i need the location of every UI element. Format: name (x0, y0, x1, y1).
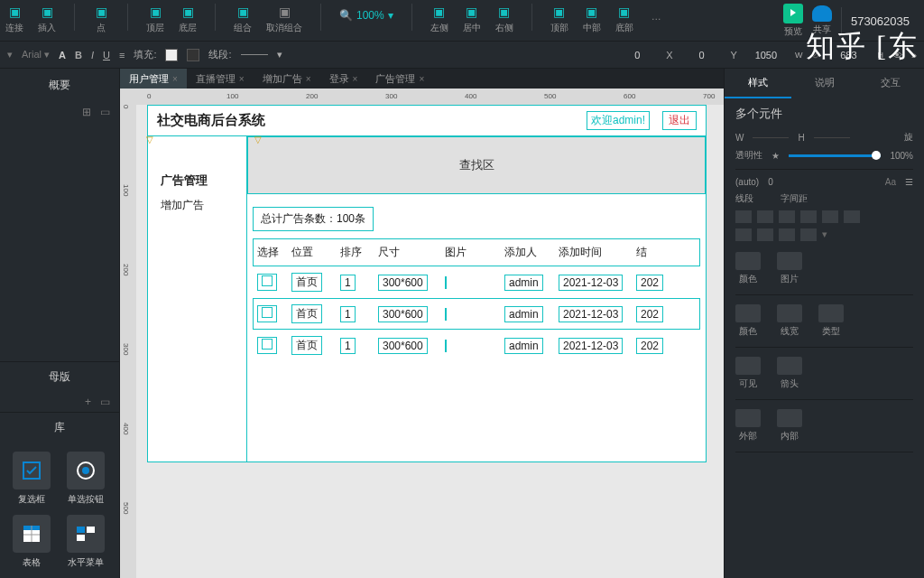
tool-group[interactable]: ▣组合 (234, 4, 252, 34)
table-header: 选择位置排序尺寸图片添加人添加时间结 (253, 238, 700, 266)
tool-plus[interactable]: ▣插入 (38, 4, 56, 34)
style-prop[interactable]: 颜色 (735, 304, 761, 338)
canvas: 用户管理 ×直播管理 ×增加广告 ×登录 ×广告管理 × 01002003004… (120, 69, 724, 578)
lib-radio[interactable]: 单选按钮 (63, 452, 108, 506)
zoom-dropdown[interactable]: 🔍 100% ▾ (339, 4, 393, 22)
tab[interactable]: 广告管理 × (366, 69, 433, 89)
tool-ungroup[interactable]: ▣取消组合 (266, 4, 302, 34)
user-id: 573062035 (851, 14, 919, 28)
style-prop[interactable]: 箭头 (777, 357, 802, 390)
outline-header: 概要 (0, 69, 119, 102)
align-buttons[interactable] (735, 210, 913, 223)
top-toolbar: ▣连接▣插入 ▣点 ▣顶层▣底层 ▣组合▣取消组合 🔍 100% ▾ ▣左侧▣居… (0, 0, 924, 42)
ruler-vertical: 0100200300400500600 (120, 105, 136, 578)
tool-am[interactable]: ▣中部 (583, 4, 601, 34)
svg-rect-9 (77, 535, 85, 541)
svg-point-2 (82, 467, 89, 474)
w-input[interactable] (746, 50, 786, 61)
visibility-icon[interactable]: 👁 (892, 50, 902, 61)
svg-rect-8 (87, 527, 95, 533)
logout-link[interactable]: 退出 (662, 111, 697, 130)
style-prop[interactable]: 内部 (777, 409, 802, 443)
style-prop[interactable]: 图片 (777, 252, 802, 285)
totals-label: 总计广告条数：100条 (253, 207, 374, 231)
lib-checkbox[interactable]: 复选框 (9, 452, 54, 506)
style-prop[interactable]: 颜色 (735, 252, 761, 285)
style-prop[interactable]: 类型 (818, 304, 844, 338)
style-prop[interactable]: 可见 (735, 357, 761, 390)
lib-table[interactable]: 表格 (9, 515, 54, 569)
inspector-tab[interactable]: 样式 (725, 69, 791, 98)
x-input[interactable] (617, 50, 657, 61)
style-prop[interactable]: 线宽 (777, 304, 802, 338)
tab[interactable]: 用户管理 × (120, 69, 187, 89)
table-row[interactable]: 首页1300*600admin2021-12-03202 (253, 298, 700, 330)
h-input[interactable] (828, 50, 868, 61)
right-panel: 样式说明交互 多个元件 WH旋 透明性★100% (auto)0Aa☰ 线段字间… (724, 69, 924, 578)
tool-front[interactable]: ▣顶层 (146, 4, 164, 34)
style-prop[interactable]: 外部 (735, 409, 761, 443)
image-placeholder (445, 308, 447, 321)
tab[interactable]: 登录 × (320, 69, 367, 89)
search-area: 查找区 (247, 136, 706, 194)
inspector-tab[interactable]: 交互 (857, 69, 924, 98)
share-button[interactable] (812, 5, 832, 22)
preview-button[interactable] (783, 4, 803, 23)
fill-swatch[interactable] (165, 49, 178, 61)
lib-menu[interactable]: 水平菜单 (63, 515, 108, 569)
selection-title: 多个元件 (735, 106, 913, 122)
image-placeholder (445, 340, 447, 352)
mockup-sidebar: 广告管理 增加广告 (148, 136, 247, 461)
tool-back[interactable]: ▣底层 (179, 4, 197, 34)
page-tabs: 用户管理 ×直播管理 ×增加广告 ×登录 ×广告管理 × (120, 69, 724, 89)
y-input[interactable] (682, 50, 722, 61)
tab[interactable]: 直播管理 × (187, 69, 254, 89)
library-header: 库 (0, 412, 119, 443)
left-panel: 概要 ⊞▭ 母版 +▭ 库 复选框单选按钮表格水平菜单 (0, 69, 120, 578)
table-row[interactable]: 首页1300*600admin2021-12-03202 (253, 266, 700, 298)
tool-link[interactable]: ▣连接 (5, 4, 23, 34)
folder-icon[interactable]: ▭ (100, 106, 110, 118)
page-title: 社交电商后台系统 (157, 112, 265, 129)
table-row[interactable]: 首页1300*600admin2021-12-03202 (253, 330, 700, 361)
masters-header: 母版 (0, 361, 119, 392)
tool-ab[interactable]: ▣底部 (615, 4, 633, 34)
mockup-page[interactable]: 社交电商后台系统 欢迎admin! 退出 广告管理 增加广告 查找区 总计广告条… (147, 105, 707, 462)
inspector-tab[interactable]: 说明 (791, 69, 858, 98)
opacity-slider[interactable] (789, 154, 881, 157)
ruler-horizontal: 0100200300400500600700 (120, 89, 724, 105)
tool-at[interactable]: ▣顶部 (550, 4, 568, 34)
tool-dot[interactable]: ▣点 (93, 4, 109, 34)
add-icon[interactable]: ⊞ (82, 106, 91, 118)
welcome-text: 欢迎admin! (587, 111, 650, 130)
property-bar: ▾ Arial ▾ A B I U ≡ 填充: 线段:▾ X Y W⊘ H 👁» (0, 42, 924, 69)
svg-rect-7 (77, 527, 85, 533)
image-placeholder (445, 276, 447, 289)
tool-ac[interactable]: ▣居中 (463, 4, 481, 34)
tool-al[interactable]: ▣左侧 (430, 4, 448, 34)
tool-ar[interactable]: ▣右侧 (495, 4, 513, 34)
tab[interactable]: 增加广告 × (254, 69, 320, 89)
